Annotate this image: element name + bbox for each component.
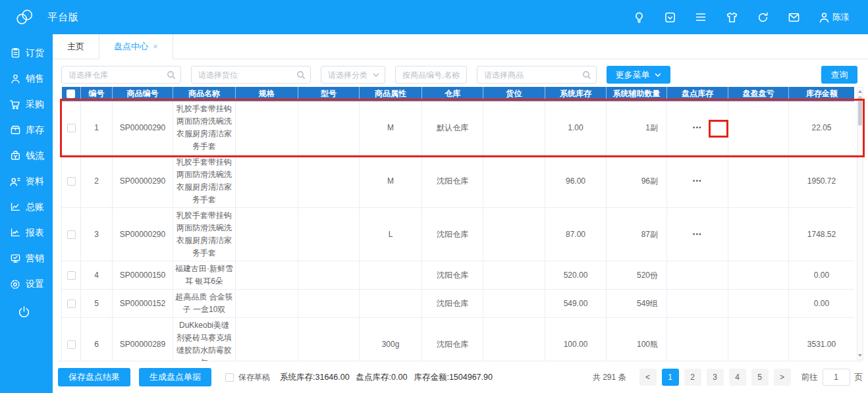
save-draft-checkbox[interactable] — [225, 373, 234, 382]
goto-label: 前往 — [801, 372, 818, 383]
keyword-field[interactable] — [395, 66, 467, 84]
sidebar-item-stock[interactable]: 库存 — [0, 117, 53, 143]
cell-profit-loss — [728, 318, 789, 361]
totals-summary: 系统库存:31646.00 盘点库存:0.00 库存金额:1504967.90 — [280, 372, 493, 383]
contacts-icon — [9, 176, 21, 188]
cell-spec — [236, 290, 298, 318]
mail-icon[interactable] — [787, 11, 800, 24]
person-icon — [9, 73, 21, 85]
page-button-1[interactable]: 1 — [662, 369, 679, 386]
column-header: 系统辅助数量 — [607, 87, 667, 101]
top-header-bar: 平台版 陈漾 — [0, 0, 868, 34]
menu-icon[interactable] — [694, 11, 707, 24]
cell-warehouse: 沈阳仓库 — [422, 318, 483, 361]
sidebar-item-ledger[interactable]: 总账 — [0, 194, 53, 220]
page-button-2[interactable]: 2 — [684, 369, 701, 386]
logout-button[interactable] — [0, 305, 53, 319]
row-checkbox[interactable] — [67, 271, 76, 280]
table-row: 6SP00000289DuKkeobi美缝剂瓷砖马赛克填缝胶防水防霉胶勾300g… — [62, 318, 855, 361]
next-page-button[interactable]: > — [774, 369, 791, 386]
page-button-4[interactable]: 4 — [729, 369, 746, 386]
row-checkbox[interactable] — [67, 177, 76, 186]
count-stock-more-button[interactable]: ••• — [693, 122, 702, 134]
count-stock-more-button[interactable]: ••• — [693, 175, 702, 188]
download-icon[interactable] — [663, 11, 676, 24]
location-input[interactable] — [191, 66, 311, 84]
page-button-3[interactable]: 3 — [707, 369, 724, 386]
sidebar-item-data[interactable]: 资料 — [0, 169, 53, 194]
row-checkbox[interactable] — [67, 300, 76, 308]
cell-profit-loss — [728, 155, 789, 208]
cell-location — [483, 155, 545, 208]
select-all-checkbox[interactable] — [67, 90, 75, 98]
user-name: 陈漾 — [832, 11, 850, 23]
row-checkbox[interactable] — [67, 124, 76, 132]
cell-spec — [236, 101, 298, 155]
more-menu-button[interactable]: 更多菜单 — [607, 66, 670, 84]
cell-no: 1 — [81, 101, 113, 155]
scroll-down-icon[interactable] — [857, 352, 863, 359]
cell-count-stock: ••• — [667, 101, 728, 155]
cell-attr — [360, 261, 422, 290]
tab-home[interactable]: 主页 — [53, 34, 99, 59]
sidebar-item-marketing[interactable]: 营销 — [0, 246, 53, 271]
bulb-icon[interactable] — [632, 11, 645, 24]
cell-name: DuKkeobi美缝剂瓷砖马赛克填缝胶防水防霉胶勾 — [173, 318, 236, 361]
row-checkbox[interactable] — [67, 230, 76, 239]
cell-name: 乳胶手套带挂钩两面防滑洗碗洗衣服厨房清洁家务手套 — [173, 155, 236, 208]
category-select[interactable] — [321, 66, 385, 84]
sidebar-item-label: 总账 — [26, 201, 44, 213]
scrollbar-thumb[interactable] — [858, 96, 862, 126]
tab-bar: 主页 盘点中心 × — [53, 34, 868, 59]
cell-warehouse: 沈阳仓库 — [422, 290, 483, 318]
monitor-icon — [9, 253, 21, 265]
power-icon — [16, 305, 31, 319]
cell-code: SP00000290 — [113, 101, 173, 155]
sidebar-item-settings[interactable]: 设置 — [0, 271, 53, 297]
column-header: 商品名称 — [173, 87, 236, 101]
location-select[interactable] — [191, 66, 311, 84]
table-scrollbar[interactable] — [857, 87, 863, 360]
sidebar-item-reports[interactable]: 报表 — [0, 220, 53, 246]
page-button-5[interactable]: 5 — [751, 369, 769, 386]
cell-amount: 3531.00 — [789, 318, 855, 361]
cell-sys-aux-qty: 520份 — [607, 261, 667, 290]
box-icon — [9, 124, 21, 136]
product-input[interactable] — [477, 66, 597, 84]
tshirt-icon[interactable] — [725, 11, 738, 24]
sidebar-item-cashflow[interactable]: 钱流 — [0, 143, 53, 169]
cell-model — [298, 101, 360, 155]
product-select[interactable] — [477, 66, 597, 84]
count-stock-more-button[interactable]: ••• — [693, 228, 702, 241]
sidebar-item-order[interactable]: 订货 — [0, 40, 53, 66]
search-button[interactable]: 查询 — [821, 66, 857, 84]
warehouse-input[interactable] — [61, 66, 181, 84]
cell-model — [298, 261, 360, 290]
close-tab-icon[interactable]: × — [153, 42, 158, 51]
sidebar-item-purchase[interactable]: 采购 — [0, 92, 53, 117]
cell-warehouse: 沈阳仓库 — [422, 208, 483, 261]
prev-page-button[interactable]: < — [639, 369, 657, 386]
scroll-up-icon[interactable] — [857, 88, 863, 95]
cell-warehouse: 默认仓库 — [422, 101, 483, 155]
inventory-table: 编号商品编号商品名称规格型号商品属性仓库货位系统库存系统辅助数量盘点库存盘盈盘亏… — [61, 87, 854, 361]
goto-page-input[interactable] — [823, 369, 850, 386]
save-draft-option: 保存草稿 — [225, 372, 270, 383]
tab-inventory-check[interactable]: 盘点中心 × — [99, 34, 173, 59]
save-count-result-button[interactable]: 保存盘点结果 — [58, 368, 130, 386]
warehouse-select[interactable] — [61, 66, 181, 84]
cell-no: 3 — [81, 208, 113, 261]
refresh-icon[interactable] — [756, 11, 769, 24]
row-checkbox[interactable] — [67, 340, 76, 349]
pagination: 共 291 条 < 12345 > 前往 页 — [593, 369, 863, 386]
generate-count-doc-button[interactable]: 生成盘点单据 — [139, 368, 211, 386]
user-menu[interactable]: 陈漾 — [818, 11, 850, 24]
keyword-input[interactable] — [395, 66, 467, 84]
money-icon — [9, 150, 21, 162]
search-icon — [296, 70, 306, 80]
save-draft-label: 保存草稿 — [238, 372, 270, 383]
brand-name: 平台版 — [47, 11, 79, 24]
report-icon — [9, 227, 21, 239]
sidebar-item-sales[interactable]: 销售 — [0, 66, 53, 92]
goto-page: 前往 页 — [801, 369, 863, 386]
